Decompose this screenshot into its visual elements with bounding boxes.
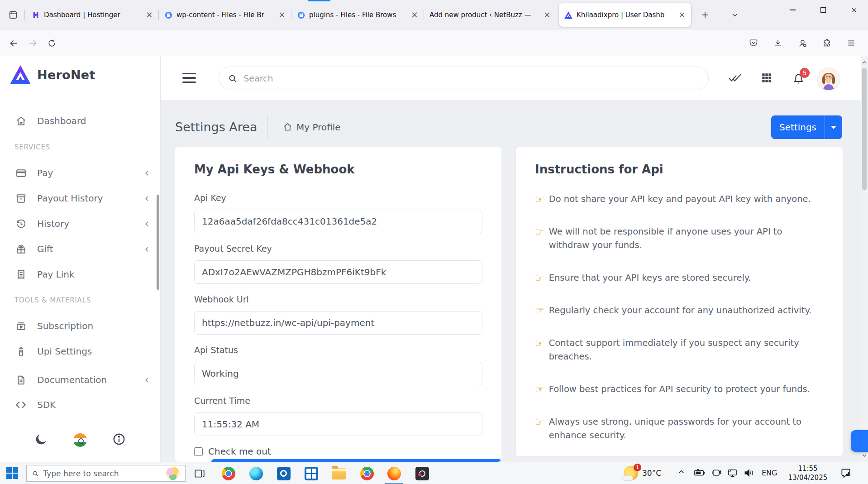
back-button[interactable] xyxy=(5,35,22,51)
weather-badge: 1 xyxy=(634,464,641,471)
taskbar-app-media[interactable] xyxy=(415,466,429,480)
network-icon[interactable] xyxy=(727,468,738,478)
extensions-icon[interactable] xyxy=(819,35,835,51)
card-icon xyxy=(14,168,27,179)
new-tab-button[interactable] xyxy=(697,7,713,23)
app-search[interactable] xyxy=(219,67,709,90)
task-view-button[interactable] xyxy=(192,466,206,480)
scroll-down-icon[interactable] xyxy=(861,451,868,460)
sidebar-scrollbar-thumb[interactable] xyxy=(157,195,159,290)
forward-button[interactable] xyxy=(24,35,41,51)
search-input[interactable] xyxy=(243,73,699,83)
notifications-button[interactable]: 5 xyxy=(792,72,805,86)
menu-icon[interactable] xyxy=(843,35,859,51)
tab-close-icon[interactable]: × xyxy=(409,10,420,20)
tab-plugins[interactable]: plugins - Files - File Brows × xyxy=(291,3,424,27)
field-api-key: Api Key xyxy=(194,192,482,233)
window-close-button[interactable] xyxy=(840,0,868,20)
window-minimize-button[interactable] xyxy=(778,0,806,20)
api-status-input[interactable] xyxy=(194,362,482,385)
taskbar-app-edge[interactable] xyxy=(249,466,263,480)
downloads-icon[interactable] xyxy=(770,35,786,51)
brand[interactable]: HeroNet xyxy=(10,65,95,84)
clock-time: 11:55 xyxy=(786,464,830,473)
tab-khilaadixpro-active[interactable]: Khilaadixpro | User Dashb × xyxy=(559,3,691,27)
india-flag-icon[interactable] xyxy=(73,433,87,447)
sidebar-item-gift[interactable]: Gift ‹ xyxy=(0,238,161,260)
sidebar-item-dashboard[interactable]: Dashboard xyxy=(0,110,161,132)
sidebar-footer xyxy=(0,429,160,451)
sidebar-item-documentation[interactable]: Documentation ‹ xyxy=(0,369,161,391)
sidebar-item-pay-link[interactable]: Pay Link xyxy=(0,264,161,285)
search-highlight-sticker[interactable] xyxy=(166,467,180,480)
temperature-text[interactable]: 30°C xyxy=(642,469,661,478)
taskbar-app-file-explorer[interactable] xyxy=(332,466,346,480)
check-me-out-checkbox[interactable] xyxy=(194,447,203,456)
account-icon[interactable] xyxy=(794,35,811,51)
check-me-out-label[interactable]: Check me out xyxy=(208,446,271,457)
sidebar-item-history[interactable]: History ‹ xyxy=(0,213,161,235)
double-check-icon xyxy=(728,72,742,84)
sidebar-item-pay[interactable]: Pay ‹ xyxy=(0,162,161,184)
tab-title: wp-content - Files - File Br xyxy=(176,11,272,19)
archive-box-icon xyxy=(14,193,27,204)
avatar[interactable] xyxy=(818,68,839,90)
taskbar-app-firefox[interactable] xyxy=(387,466,401,480)
pocket-icon[interactable] xyxy=(745,35,762,51)
taskbar-app-chrome[interactable] xyxy=(221,466,235,480)
tasks-done-button[interactable] xyxy=(728,72,742,86)
taskbar-app-store[interactable] xyxy=(304,466,318,480)
home-icon xyxy=(14,115,27,127)
heronet-favicon xyxy=(564,11,572,19)
sidebar-item-payout-history[interactable]: Payout History ‹ xyxy=(0,187,161,209)
firefox-view-button[interactable] xyxy=(5,7,22,23)
breadcrumb-item[interactable]: My Profile xyxy=(296,115,341,139)
page-scrollbar-thumb[interactable] xyxy=(862,68,867,190)
tab-close-icon[interactable]: × xyxy=(144,10,155,20)
reload-button[interactable] xyxy=(43,35,60,51)
caret-down-icon xyxy=(831,126,836,129)
dark-mode-moon-icon[interactable] xyxy=(34,432,48,448)
taskbar-clock[interactable]: 11:55 13/04/2025 xyxy=(786,464,830,482)
tray-expand-icon[interactable] xyxy=(677,468,685,476)
sidebar-item-subscription[interactable]: Subscription xyxy=(0,315,161,337)
webhook-url-input[interactable] xyxy=(194,311,482,335)
notification-center-icon[interactable] xyxy=(840,467,852,479)
info-icon[interactable] xyxy=(112,432,126,448)
sidebar-item-upi-settings[interactable]: Upi Settings xyxy=(0,340,161,362)
settings-dropdown-toggle[interactable] xyxy=(825,126,842,129)
start-button[interactable] xyxy=(6,467,19,479)
apps-grid-button[interactable] xyxy=(761,72,773,86)
instructions-list: ☞Do not share your API key and payout AP… xyxy=(535,192,824,442)
weather-icon[interactable]: 1 xyxy=(624,466,638,480)
current-time-input[interactable] xyxy=(194,412,482,436)
camera-icon[interactable] xyxy=(711,468,722,477)
tab-close-icon[interactable]: × xyxy=(677,10,687,20)
code-icon xyxy=(14,399,27,411)
tab-close-icon[interactable]: × xyxy=(277,10,287,20)
language-indicator[interactable]: ENG xyxy=(762,469,777,477)
taskbar-search-input[interactable] xyxy=(43,469,162,478)
tab-add-new-product[interactable]: Add new product ‹ NetBuzz — × xyxy=(424,3,556,27)
window-restore-button[interactable] xyxy=(809,0,837,20)
tab-close-icon[interactable]: × xyxy=(542,10,553,20)
sidebar-item-sdk[interactable]: SDK xyxy=(0,394,161,416)
tab-wp-content[interactable]: wp-content - Files - File Br × xyxy=(159,3,291,27)
volume-icon[interactable] xyxy=(744,468,754,478)
taskbar-app-chrome-2[interactable] xyxy=(360,466,374,480)
hamburger-menu-button[interactable] xyxy=(182,71,196,85)
sidebar-item-label: Documentation xyxy=(37,374,107,385)
scroll-up-icon[interactable] xyxy=(861,58,868,67)
battery-icon[interactable] xyxy=(694,468,706,477)
taskbar-search[interactable] xyxy=(26,465,186,482)
taskbar-app-outlook[interactable] xyxy=(277,466,291,480)
list-tabs-button[interactable] xyxy=(727,7,743,23)
tab-dashboard-hostinger[interactable]: Dashboard | Hostinger × xyxy=(26,3,158,27)
instruction-item: ☞Regularly check your account for any un… xyxy=(535,304,824,317)
payout-secret-key-input[interactable] xyxy=(194,260,482,284)
settings-button[interactable]: Settings xyxy=(771,115,842,139)
page-scrollbar[interactable] xyxy=(861,56,868,462)
api-key-input[interactable] xyxy=(194,210,482,233)
chat-widget-button[interactable] xyxy=(851,430,868,452)
field-label: Payout Secret Key xyxy=(194,243,482,254)
